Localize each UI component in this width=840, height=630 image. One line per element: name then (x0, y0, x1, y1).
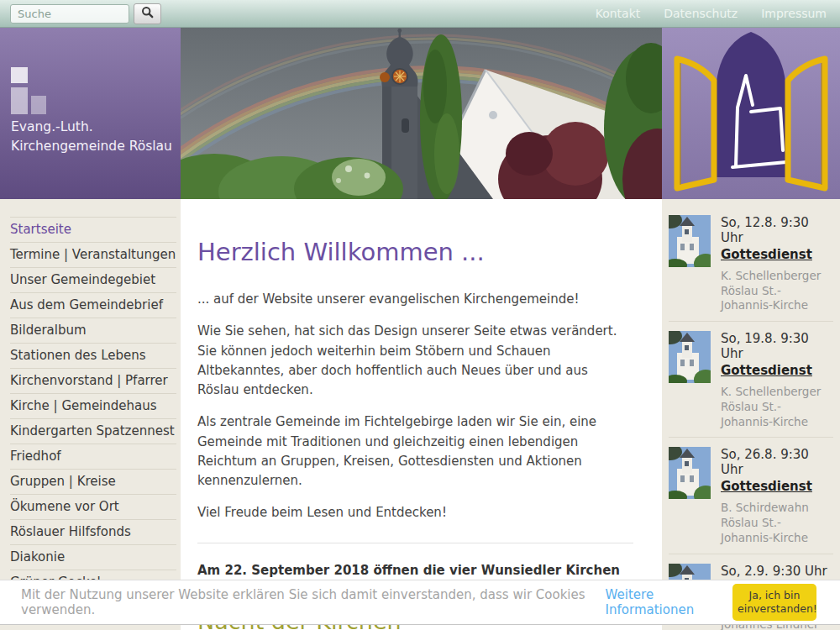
service-location: Röslau St.-Johannis-Kirche (721, 516, 833, 546)
header: Evang.-Luth. Kirchengemeinde Röslau (0, 28, 840, 199)
open-door-window-icon (662, 28, 840, 199)
service-link[interactable]: Gottesdienst (721, 363, 812, 379)
sidebar-item-friedhof[interactable]: Friedhof (10, 444, 176, 470)
service-date: So, 2.9. 9:30 Uhr (721, 564, 833, 579)
sidebar-item-startseite[interactable]: Startseite (10, 218, 176, 243)
sidebar-item-gemeindebrief[interactable]: Aus dem Gemeindebrief (10, 293, 176, 318)
cookie-info-link[interactable]: Weitere Informationen (606, 587, 732, 617)
sidebar-item-label[interactable]: Stationen des Lebens (10, 344, 176, 368)
sidebar-item-oekumene[interactable]: Ökumene vor Ort (10, 495, 176, 520)
sidebar-item-label[interactable]: Gruppen | Kreise (10, 470, 176, 494)
sidebar-item-label[interactable]: Kirchenvorstand | Pfarrer (10, 369, 176, 393)
page-title: Herzlich Willkommen ... (197, 238, 633, 266)
intro-paragraph: ... auf der Website unserer evangelische… (197, 290, 633, 309)
sidebar-item-label[interactable]: Termine | Veranstaltungen (10, 243, 176, 267)
service-pastor: K. Schellenberger (721, 385, 833, 400)
top-bar: Kontakt Datenschutz Impressum (0, 0, 840, 28)
service-date: So, 26.8. 9:30 Uhr (721, 447, 833, 477)
sidebar-item-label[interactable]: Röslauer Hilfsfonds (10, 520, 176, 544)
sidebar-item-termine[interactable]: Termine | Veranstaltungen (10, 243, 176, 268)
service-date: So, 19.8. 9:30 Uhr (721, 331, 833, 361)
site-title-line1: Evang.-Luth. (11, 118, 172, 137)
service-pastor: K. Schellenberger (721, 269, 833, 284)
sidebar-item-label[interactable]: Unser Gemeindegebiet (10, 268, 176, 292)
link-impressum[interactable]: Impressum (761, 7, 827, 20)
service-link[interactable]: Gottesdienst (721, 247, 812, 263)
cookie-banner: Mit der Nutzung unserer Website erklären… (0, 580, 840, 625)
sidebar-item-gemeindegebiet[interactable]: Unser Gemeindegebiet (10, 268, 176, 293)
service-pastor: B. Schirdewahn (721, 501, 833, 516)
sidebar-item-label[interactable]: Diakonie (10, 545, 176, 570)
service-link[interactable]: Gottesdienst (721, 479, 812, 495)
sidebar-item-label[interactable]: Kirche | Gemeindehaus (10, 394, 176, 418)
sidebar-menu: Startseite Termine | Veranstaltungen Uns… (10, 217, 176, 596)
cookie-accept-button[interactable]: Ja, ich bin einverstanden! (732, 584, 816, 622)
sidebar-nav: Startseite Termine | Veranstaltungen Uns… (0, 199, 181, 630)
design-paragraph: Wie Sie sehen, hat sich das Design unser… (197, 322, 633, 400)
search-input[interactable] (10, 4, 129, 24)
sidebar-item-kirchenvorstand[interactable]: Kirchenvorstand | Pfarrer (10, 369, 176, 394)
sidebar-item-label[interactable]: Kindergarten Spatzennest (10, 419, 176, 444)
search-button[interactable] (134, 3, 161, 24)
service-item: So, 12.8. 9:30 Uhr Gottesdienst K. Schel… (669, 206, 833, 322)
service-info: So, 26.8. 9:30 Uhr Gottesdienst B. Schir… (721, 447, 833, 545)
church-thumbnail-icon (669, 331, 711, 429)
service-date: So, 12.8. 9:30 Uhr (721, 215, 833, 245)
topbar-links: Kontakt Datenschutz Impressum (596, 7, 830, 20)
sidebar-item-gruppen[interactable]: Gruppen | Kreise (10, 470, 176, 495)
sidebar-item-stationen[interactable]: Stationen des Lebens (10, 344, 176, 369)
freude-paragraph: Viel Freude beim Lesen und Entdecken! (197, 503, 633, 522)
brand-logo-icon (11, 37, 61, 118)
church-door-logo (662, 28, 840, 199)
cookie-message: Mit der Nutzung unserer Website erklären… (21, 587, 601, 617)
sidebar-item-bilderalbum[interactable]: Bilderalbum (10, 318, 176, 344)
service-item: So, 26.8. 9:30 Uhr Gottesdienst B. Schir… (669, 438, 833, 554)
site-title: Evang.-Luth. Kirchengemeinde Röslau (11, 118, 172, 156)
service-info: So, 12.8. 9:30 Uhr Gottesdienst K. Schel… (721, 215, 833, 313)
header-photo-church-rainbow (181, 28, 662, 199)
service-info: So, 19.8. 9:30 Uhr Gottesdienst K. Schel… (721, 331, 833, 429)
sidebar-item-label[interactable]: Ökumene vor Ort (10, 495, 176, 519)
sidebar-item-label[interactable]: Bilderalbum (10, 318, 176, 343)
service-location: Röslau St.-Johannis-Kirche (721, 284, 833, 314)
gemeinde-paragraph: Als zentrale Gemeinde im Fichtelgebirge … (197, 412, 633, 491)
link-datenschutz[interactable]: Datenschutz (664, 7, 738, 20)
site-title-line2: Kirchengemeinde Röslau (11, 137, 172, 156)
sidebar-item-kirche-gemeindehaus[interactable]: Kirche | Gemeindehaus (10, 394, 176, 419)
page-body: Startseite Termine | Veranstaltungen Uns… (0, 199, 840, 630)
church-thumbnail-icon (669, 447, 711, 545)
content-divider (197, 543, 633, 543)
search-icon (141, 6, 154, 21)
sidebar-item-kindergarten[interactable]: Kindergarten Spatzennest (10, 419, 176, 444)
services-sidebar: So, 12.8. 9:30 Uhr Gottesdienst K. Schel… (662, 199, 840, 630)
sidebar-item-label[interactable]: Startseite (10, 218, 176, 242)
link-kontakt[interactable]: Kontakt (596, 7, 641, 20)
sidebar-item-label[interactable]: Friedhof (10, 444, 176, 469)
church-thumbnail-icon (669, 215, 711, 313)
sidebar-item-hilfsfonds[interactable]: Röslauer Hilfsfonds (10, 520, 176, 545)
sidebar-item-diakonie[interactable]: Diakonie (10, 545, 176, 570)
service-item: So, 19.8. 9:30 Uhr Gottesdienst K. Schel… (669, 322, 833, 438)
service-location: Röslau St.-Johannis-Kirche (721, 400, 833, 430)
sidebar-item-label[interactable]: Aus dem Gemeindebrief (10, 293, 176, 318)
main-content: Herzlich Willkommen ... ... auf der Webs… (181, 199, 662, 630)
site-brand[interactable]: Evang.-Luth. Kirchengemeinde Röslau (0, 28, 181, 199)
